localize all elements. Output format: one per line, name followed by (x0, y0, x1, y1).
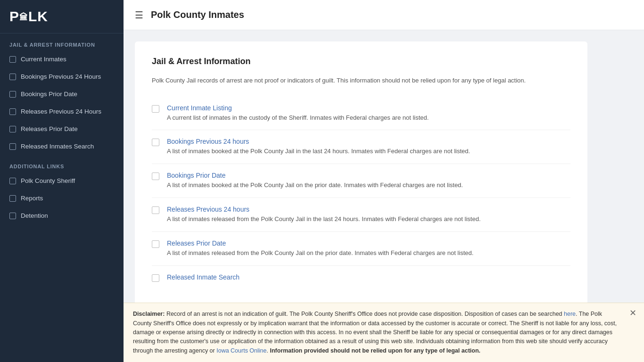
sidebar-item-label-polk-county-sheriff: Polk County Sheriff (21, 177, 75, 184)
main-content: ☰ Polk County Inmates Jail & Arrest Info… (124, 0, 644, 362)
item-content-1: Bookings Previous 24 hoursA list of inma… (167, 138, 570, 156)
item-link-2[interactable]: Bookings Prior Date (167, 172, 570, 179)
sidebar-item-icon-reports (9, 195, 16, 202)
card-title: Jail & Arrest Information (152, 57, 570, 66)
item-link-4[interactable]: Releases Prior Date (167, 239, 570, 247)
sidebar-item-icon-detention (9, 213, 16, 219)
content-area: Jail & Arrest Information Polk County Ja… (124, 30, 644, 303)
item-desc-4: A list of inmates released from the Polk… (167, 249, 570, 258)
item-content-5: Released Inmate Search (167, 273, 570, 283)
sidebar-item-reports[interactable]: Reports (0, 189, 124, 207)
list-item: Current Inmate ListingA current list of … (152, 97, 570, 131)
disclaimer-link-here[interactable]: here (564, 311, 576, 317)
item-checkbox-3[interactable] (152, 206, 159, 214)
list-item: Releases Previous 24 hoursA list of inma… (152, 198, 570, 232)
sidebar-item-bookings-prior-date[interactable]: Bookings Prior Date (0, 85, 124, 103)
disclaimer-text1: Record of an arrest is not an indication… (165, 311, 564, 317)
disclaimer-bold-label: Disclaimer: (133, 311, 165, 317)
item-desc-0: A current list of inmates in the custody… (167, 114, 570, 123)
item-checkbox-4[interactable] (152, 240, 159, 248)
disclaimer-link-iowa[interactable]: Iowa Courts Online (216, 347, 266, 354)
item-content-3: Releases Previous 24 hoursA list of inma… (167, 206, 570, 224)
sidebar: P🏛LK Jail & Arrest InformationCurrent In… (0, 0, 124, 362)
sidebar-item-label-bookings-prior-date: Bookings Prior Date (21, 90, 77, 98)
card-disclaimer: Polk County Jail records of arrest are n… (152, 76, 570, 85)
item-link-5[interactable]: Released Inmate Search (167, 273, 570, 281)
item-checkbox-2[interactable] (152, 173, 159, 180)
item-desc-1: A list of inmates booked at the Polk Cou… (167, 147, 570, 156)
sidebar-section-label-1: Additional Links (0, 155, 124, 172)
sidebar-item-label-releases-previous-24: Releases Previous 24 Hours (21, 108, 101, 115)
info-list: Current Inmate ListingA current list of … (152, 97, 570, 290)
sidebar-item-icon-polk-county-sheriff (9, 178, 16, 184)
list-item: Bookings Prior DateA list of inmates boo… (152, 164, 570, 198)
list-item: Releases Prior DateA list of inmates rel… (152, 232, 570, 266)
sidebar-item-releases-previous-24[interactable]: Releases Previous 24 Hours (0, 103, 124, 120)
sidebar-item-icon-released-inmates-search (9, 143, 16, 150)
sidebar-section-label-0: Jail & Arrest Information (0, 33, 124, 50)
sidebar-item-label-released-inmates-search: Released Inmates Search (21, 143, 94, 150)
item-desc-3: A list of inmates released from the Polk… (167, 215, 570, 224)
item-link-0[interactable]: Current Inmate Listing (167, 104, 570, 112)
sidebar-item-icon-bookings-prior-date (9, 91, 16, 98)
sidebar-item-bookings-previous-24[interactable]: Bookings Previous 24 Hours (0, 68, 124, 85)
list-item: Bookings Previous 24 hoursA list of inma… (152, 130, 570, 164)
topbar-title: Polk County Inmates (151, 9, 244, 20)
item-link-3[interactable]: Releases Previous 24 hours (167, 206, 570, 213)
content-card: Jail & Arrest Information Polk County Ja… (135, 41, 587, 303)
item-checkbox-5[interactable] (152, 274, 159, 282)
item-link-1[interactable]: Bookings Previous 24 hours (167, 138, 570, 145)
sidebar-item-label-releases-prior-date: Releases Prior Date (21, 125, 78, 132)
item-checkbox-1[interactable] (152, 139, 159, 146)
sidebar-item-icon-current-inmates (9, 56, 16, 63)
item-checkbox-0[interactable] (152, 105, 159, 113)
list-item: Released Inmate Search (152, 266, 570, 290)
sidebar-item-polk-county-sheriff[interactable]: Polk County Sheriff (0, 172, 124, 189)
sidebar-item-released-inmates-search[interactable]: Released Inmates Search (0, 138, 124, 155)
sidebar-item-label-bookings-previous-24: Bookings Previous 24 Hours (21, 73, 101, 80)
topbar: ☰ Polk County Inmates (124, 0, 644, 30)
sidebar-item-icon-releases-previous-24 (9, 108, 16, 115)
sidebar-logo: P🏛LK (0, 0, 124, 33)
logo-text: P🏛LK (9, 8, 48, 25)
sidebar-item-detention[interactable]: Detention (0, 207, 124, 224)
sidebar-item-label-current-inmates: Current Inmates (21, 56, 66, 63)
sidebar-item-current-inmates[interactable]: Current Inmates (0, 50, 124, 68)
sidebar-item-label-detention: Detention (21, 212, 48, 219)
menu-icon[interactable]: ☰ (135, 10, 143, 20)
item-content-2: Bookings Prior DateA list of inmates boo… (167, 172, 570, 190)
sidebar-item-label-reports: Reports (21, 195, 43, 202)
sidebar-item-icon-bookings-previous-24 (9, 74, 16, 80)
disclaimer-close-button[interactable]: ✕ (629, 309, 636, 317)
item-content-0: Current Inmate ListingA current list of … (167, 104, 570, 123)
item-desc-2: A list of inmates booked at the Polk Cou… (167, 181, 570, 190)
item-content-4: Releases Prior DateA list of inmates rel… (167, 239, 570, 258)
sidebar-item-icon-releases-prior-date (9, 126, 16, 132)
sidebar-item-releases-prior-date[interactable]: Releases Prior Date (0, 120, 124, 138)
disclaimer-bar: Disclaimer: Record of an arrest is not a… (124, 303, 644, 362)
disclaimer-bold2: Information provided should not be relie… (270, 347, 480, 354)
